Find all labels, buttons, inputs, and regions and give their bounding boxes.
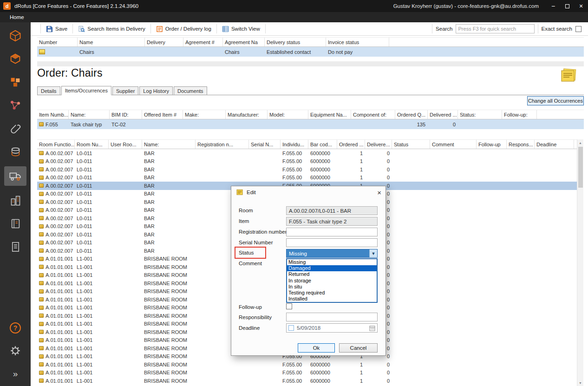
scroll-down-arrow[interactable]: ▼: [577, 379, 583, 386]
sidebar-item-orders[interactable]: [4, 166, 26, 186]
status-option-missing[interactable]: Missing: [287, 259, 377, 265]
column-header-bar-cod[interactable]: Bar cod...: [308, 140, 337, 149]
maximize-button[interactable]: [560, 0, 574, 12]
status-dropdown[interactable]: Missing ▼: [286, 249, 378, 258]
deadline-checkbox[interactable]: [288, 325, 294, 331]
column-header-agreement-na[interactable]: Agreement Na: [223, 38, 265, 46]
cell-individual: F.055.00: [281, 369, 308, 377]
status-option-installed[interactable]: Installed: [287, 296, 377, 302]
occurrence-row[interactable]: A.01.01.001L1-001BRISBANE ROOMF.055.0060…: [37, 377, 577, 385]
cell-model: [268, 119, 308, 129]
orders-grid-selected-row[interactable]: ChairsChairsEstablished contactDo not pa…: [37, 47, 584, 57]
responsibility-input[interactable]: [286, 313, 378, 321]
column-header-status[interactable]: Status: [392, 140, 430, 149]
column-header-model[interactable]: Model:: [268, 110, 308, 119]
change-all-occurrences-button[interactable]: Change all Occurrences: [527, 96, 584, 105]
deadline-input[interactable]: 5/09/2018: [286, 323, 378, 333]
column-header-delivere[interactable]: Delivere...: [365, 140, 392, 149]
registration-number-input[interactable]: [286, 228, 378, 236]
sidebar-item-items[interactable]: [6, 50, 25, 68]
tab-supplier[interactable]: Supplier: [112, 86, 138, 95]
switch-view-button[interactable]: Switch View: [220, 24, 262, 34]
column-header-deadline[interactable]: Deadline: [535, 140, 574, 149]
column-header-manufacturer[interactable]: Manufacturer:: [226, 110, 268, 119]
minimize-button[interactable]: −: [546, 0, 560, 12]
menu-home[interactable]: Home: [10, 14, 24, 20]
scrollbar-thumb[interactable]: [578, 147, 583, 188]
column-header-offered-item[interactable]: Offered Item #: [142, 110, 183, 119]
items-grid-selected-row[interactable]: F.055Task chair typTC-021350: [37, 119, 584, 129]
quick-search-input[interactable]: [456, 24, 535, 33]
column-header-make[interactable]: Make:: [183, 110, 226, 119]
sidebar-item-rooms[interactable]: [6, 27, 25, 45]
cell-user_room: [109, 157, 142, 166]
column-header-name[interactable]: Name: [78, 38, 145, 46]
sidebar-item-attachments[interactable]: [6, 120, 25, 137]
sidebar-item-systems[interactable]: [6, 215, 25, 232]
column-header-status[interactable]: Status:: [458, 110, 502, 119]
column-header-follow-up[interactable]: Follow-up: [477, 140, 507, 149]
column-header-ordered[interactable]: Ordered ...: [337, 140, 365, 149]
status-option-in-storage[interactable]: In storage: [287, 278, 377, 284]
column-header-delivery[interactable]: Delivery: [145, 38, 183, 46]
occurrence-row[interactable]: A.00.02.007L0-011BARF.055.00600000010: [37, 165, 577, 174]
calendar-icon[interactable]: [369, 325, 375, 331]
follow-up-checkbox[interactable]: [286, 303, 292, 309]
sidebar-item-buildings[interactable]: [6, 191, 25, 209]
column-header-item-numb[interactable]: Item Numb...: [37, 110, 69, 119]
column-header-name[interactable]: Name:: [142, 140, 196, 149]
sidebar-item-help[interactable]: ?: [6, 319, 25, 337]
column-header-number[interactable]: Number: [37, 38, 78, 46]
tab-details[interactable]: Details: [37, 86, 60, 95]
close-button[interactable]: ×: [574, 0, 588, 12]
serial-number-input[interactable]: [286, 238, 378, 247]
column-header-comment[interactable]: Comment: [430, 140, 477, 149]
cell-followup: [477, 312, 507, 320]
status-option-testing-required[interactable]: Testing required: [287, 290, 377, 296]
sidebar-item-relations[interactable]: [6, 97, 25, 114]
status-option-in-situ[interactable]: In situ: [287, 284, 377, 290]
column-header-room-functio[interactable]: Room Functio...: [37, 140, 75, 149]
sidebar-item-settings[interactable]: [6, 342, 25, 360]
sidebar-item-products[interactable]: [6, 73, 25, 91]
column-header-name[interactable]: Name:: [69, 110, 110, 119]
column-header-user-roo[interactable]: User Roo...: [109, 140, 142, 149]
dialog-close-button[interactable]: ×: [377, 189, 381, 196]
column-header-serial-n[interactable]: Serial N...: [249, 140, 281, 149]
occurrence-row[interactable]: A.00.02.007L0-011BARF.055.00600000010: [37, 174, 577, 182]
exact-search-checkbox[interactable]: [575, 26, 581, 32]
search-items-button[interactable]: Search Items in Delivery: [76, 24, 147, 34]
occurrence-row[interactable]: A.01.01.001L1-001BRISBANE ROOMF.055.0060…: [37, 369, 577, 377]
ok-button[interactable]: Ok: [298, 343, 335, 353]
column-header-ordered-q[interactable]: Ordered Q...: [395, 110, 428, 119]
cancel-button[interactable]: Cancel: [339, 343, 378, 353]
column-header-respons[interactable]: Respons...: [507, 140, 535, 149]
column-header-equipment-na[interactable]: Equipment Na...: [308, 110, 351, 119]
column-header-individu[interactable]: Individu...: [281, 140, 308, 149]
scroll-up-arrow[interactable]: ▲: [577, 139, 583, 146]
column-header-delivered[interactable]: Delivered ...: [428, 110, 458, 119]
vertical-scrollbar[interactable]: ▲ ▼: [577, 139, 583, 386]
column-header-invoice-status[interactable]: Invoice status: [326, 38, 389, 46]
order-delivery-log-button[interactable]: Order / Delivery log: [154, 24, 213, 34]
column-header-agreement[interactable]: Agreement #: [183, 38, 223, 46]
status-option-damaged[interactable]: Damaged: [287, 265, 377, 271]
sidebar-item-reports[interactable]: [6, 238, 25, 255]
order-notes-icon[interactable]: [560, 68, 577, 85]
sidebar-item-expand[interactable]: »: [6, 365, 25, 382]
occurrence-row[interactable]: A.00.02.007L0-011BARF.055.00600000010: [37, 149, 577, 157]
status-option-returned[interactable]: Returned: [287, 271, 377, 277]
occurrence-row[interactable]: A.01.01.001L1-001BRISBANE ROOMF.055.0060…: [37, 360, 577, 369]
column-header-delivery-status[interactable]: Delivery status: [265, 38, 326, 46]
sidebar-item-finance[interactable]: [6, 143, 25, 161]
column-header-room-nu[interactable]: Room Nu...: [75, 140, 109, 149]
column-header-registration-n[interactable]: Registration n...: [196, 140, 249, 149]
column-header-follow-up[interactable]: Follow-up:: [502, 110, 537, 119]
tab-documents[interactable]: Documents: [174, 86, 207, 95]
column-header-bim-id[interactable]: BIM ID:: [110, 110, 142, 119]
column-header-component-of[interactable]: Component of:: [351, 110, 395, 119]
tab-log-history[interactable]: Log History: [139, 86, 173, 95]
tab-items-occurrences[interactable]: Items/Occurrences: [61, 86, 111, 95]
occurrence-row[interactable]: A.00.02.007L0-011BARF.055.00600000010: [37, 157, 577, 166]
save-button[interactable]: Save: [44, 24, 69, 34]
